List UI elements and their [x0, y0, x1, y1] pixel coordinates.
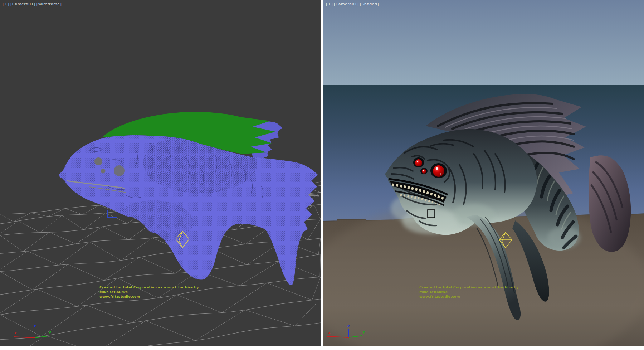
- shaded-scene-canvas: z x y Created for Intel Corporation as a…: [323, 0, 644, 346]
- viewport-menu-shading[interactable]: [Shaded]: [360, 2, 379, 6]
- credit-line-3: www.fritzstudio.com: [99, 295, 140, 298]
- wireframe-eye-spot-hatched: [114, 165, 125, 176]
- axis-y-label: y: [49, 330, 51, 335]
- credit-line-2: Mike O'Rourke: [99, 290, 128, 294]
- sky: [323, 0, 644, 85]
- credit-line-3: www.fritzstudio.com: [419, 295, 460, 298]
- viewport-menu-pov[interactable]: [Camera01]: [10, 2, 35, 6]
- axis-x-label: x: [328, 330, 331, 335]
- red-eye-small: [415, 159, 422, 166]
- wireframe-eye-spot-large: [94, 157, 102, 165]
- wireframe-scene-canvas: z x y Created for Intel Corporation as a…: [0, 0, 321, 346]
- dual-viewport-window: z x y Created for Intel Corporation as a…: [0, 0, 644, 350]
- viewport-menu-pov[interactable]: [Camera01]: [334, 2, 359, 6]
- viewport-label-right: [+][Camera01][Shaded]: [326, 2, 380, 6]
- axis-x-label: x: [14, 331, 17, 335]
- wireframe-eye-spot-small: [101, 169, 106, 174]
- axis-z-label: z: [34, 324, 36, 329]
- viewport-camera01-shaded[interactable]: z x y Created for Intel Corporation as a…: [323, 0, 644, 346]
- red-eye-large: [433, 165, 444, 177]
- viewport-label-left: [+][Camera01][Wireframe]: [3, 2, 63, 6]
- credit-line-1: Created for Intel Corporation as a work …: [99, 285, 200, 289]
- viewport-menu-general[interactable]: [+]: [326, 2, 333, 6]
- belly-highlight-2: [453, 204, 494, 225]
- credit-line-2: Mike O'Rourke: [419, 290, 448, 294]
- viewport-camera01-wireframe[interactable]: z x y Created for Intel Corporation as a…: [0, 0, 321, 346]
- viewport-menu-general[interactable]: [+]: [3, 2, 9, 6]
- credit-line-1: Created for Intel Corporation as a work …: [419, 285, 520, 289]
- red-eye-tiny: [422, 169, 426, 174]
- axis-y-label: y: [362, 330, 365, 334]
- axis-z-label: z: [347, 324, 350, 328]
- viewport-menu-shading[interactable]: [Wireframe]: [36, 2, 62, 6]
- viewport-splitter[interactable]: [321, 0, 323, 350]
